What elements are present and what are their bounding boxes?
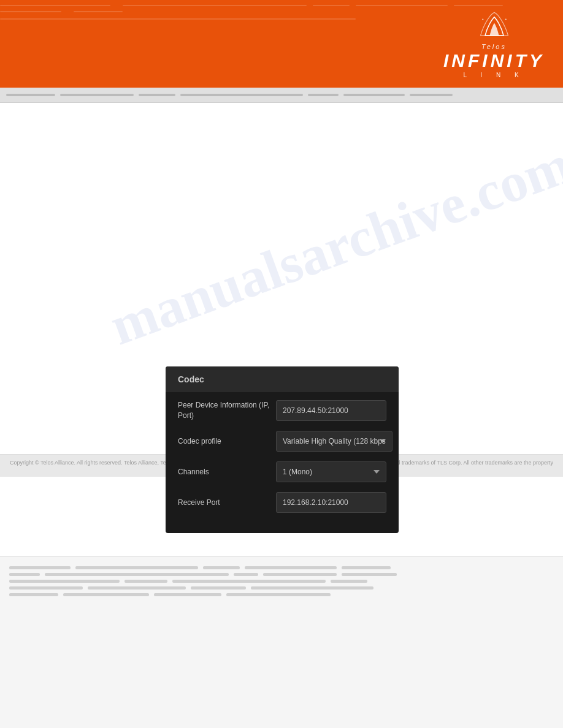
bottom-seg-10: [342, 573, 397, 576]
codec-label-peer: Peer Device Information (IP, Port): [178, 400, 276, 421]
logo-brand-text: Telos: [481, 43, 507, 50]
telos-logo-icon: [476, 10, 513, 40]
bottom-seg-14: [331, 580, 367, 583]
peer-device-input[interactable]: [276, 400, 386, 421]
svg-point-0: [482, 18, 483, 20]
receive-port-input[interactable]: [276, 492, 386, 513]
bottom-lines: [0, 557, 563, 605]
bottom-line-row-4: [9, 586, 554, 590]
codec-panel-header: Codec: [166, 366, 399, 392]
logo-product-text: Infinity: [443, 51, 545, 70]
codec-profile-select[interactable]: Variable High Quality (128 kbps High Qua…: [276, 431, 393, 452]
page-header: Telos Infinity L I N K: [0, 0, 563, 88]
bottom-seg-1: [9, 566, 71, 569]
bottom-area: [0, 556, 563, 728]
logo-subtitle-text: L I N K: [463, 72, 524, 78]
bottom-seg-7: [45, 573, 229, 576]
codec-row-receive: Receive Port: [178, 490, 386, 515]
logo-container: Telos Infinity L I N K: [443, 10, 545, 78]
sub-bar-5: [308, 94, 339, 96]
bottom-seg-3: [203, 566, 240, 569]
bottom-seg-21: [154, 593, 221, 596]
sub-bar-2: [60, 94, 134, 96]
sub-header-bar: [0, 88, 563, 103]
bottom-line-row-1: [9, 566, 554, 569]
bottom-seg-19: [9, 593, 58, 596]
watermark: manualsarchive.com: [102, 132, 563, 357]
bottom-line-row-5: [9, 593, 554, 596]
bottom-seg-13: [172, 580, 326, 583]
bottom-seg-5: [342, 566, 391, 569]
codec-label-profile: Codec profile: [178, 436, 276, 447]
bottom-seg-4: [245, 566, 337, 569]
sub-bar-6: [343, 94, 405, 96]
bottom-seg-22: [226, 593, 331, 596]
bottom-seg-17: [191, 586, 246, 590]
codec-panel: Codec Peer Device Information (IP, Port)…: [166, 366, 399, 533]
codec-panel-body: Peer Device Information (IP, Port) Codec…: [166, 392, 399, 533]
bottom-seg-20: [63, 593, 149, 596]
codec-row-profile: Codec profile Variable High Quality (128…: [178, 429, 386, 453]
bottom-seg-9: [263, 573, 337, 576]
bottom-seg-2: [75, 566, 198, 569]
codec-label-channels: Channels: [178, 467, 276, 477]
bottom-seg-8: [234, 573, 258, 576]
bottom-seg-16: [88, 586, 186, 590]
channels-select[interactable]: 1 (Mono) 2 (Stereo): [276, 461, 386, 482]
sub-bar-7: [410, 94, 453, 96]
codec-row-peer: Peer Device Information (IP, Port): [178, 398, 386, 423]
bottom-line-row-2: [9, 573, 554, 576]
bottom-seg-18: [251, 586, 373, 590]
codec-label-receive: Receive Port: [178, 498, 276, 508]
sub-bar-3: [139, 94, 175, 96]
svg-point-1: [505, 18, 506, 20]
bottom-line-row-3: [9, 580, 554, 583]
bottom-seg-12: [124, 580, 167, 583]
codec-header-label: Codec: [178, 374, 204, 384]
sub-bar-4: [180, 94, 303, 96]
sub-bar-1: [6, 94, 55, 96]
codec-row-channels: Channels 1 (Mono) 2 (Stereo): [178, 460, 386, 484]
bottom-seg-15: [9, 586, 83, 590]
bottom-seg-11: [9, 580, 120, 583]
bottom-seg-6: [9, 573, 40, 576]
